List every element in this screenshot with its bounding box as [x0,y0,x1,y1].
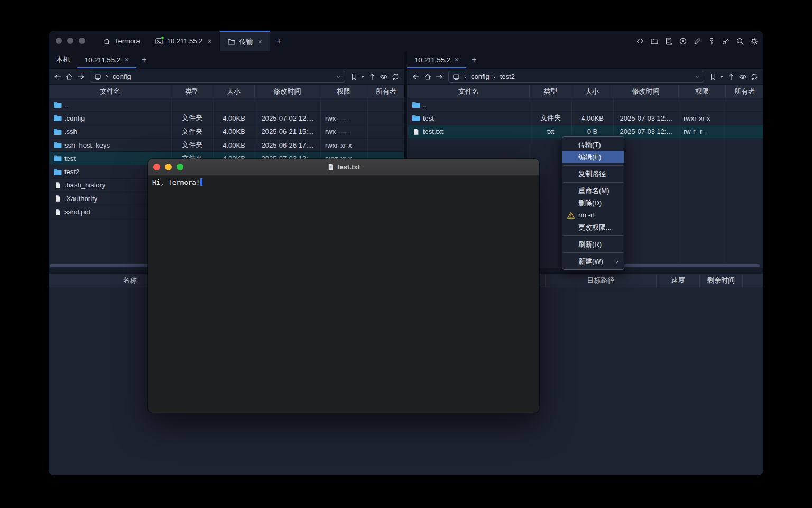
column-header[interactable]: 权限 [320,85,367,98]
file-row[interactable]: test文件夹4.00KB2025-07-03 12:...rwxr-xr-x [408,112,763,125]
column-header[interactable]: 权限 [679,85,726,98]
new-tab-button[interactable]: + [270,31,288,51]
close-tab-icon[interactable]: × [455,56,459,64]
chevron-down-icon[interactable] [694,74,700,80]
file-row[interactable]: ssh_host_keys文件夹4.00KB2025-06-26 17:...r… [50,139,404,152]
panel-tab-label: 10.211.55.2 [85,56,121,64]
path-breadcrumb[interactable]: config [90,71,345,83]
code-icon[interactable] [636,37,644,46]
back-icon[interactable] [53,72,62,81]
settings-icon[interactable] [750,37,759,46]
show-hidden-icon[interactable] [738,72,748,81]
minimize-button[interactable] [165,164,172,170]
folder-icon [53,128,62,135]
transfer-column-header[interactable] [743,274,763,287]
bookmark-icon[interactable] [349,72,359,81]
column-header[interactable]: 修改时间 [255,85,320,98]
main-tab-label: 10.211.55.2 [167,37,203,45]
bookmark-group [349,72,365,81]
window-control-dot[interactable] [56,38,62,44]
menu-item[interactable]: 更改权限... [562,221,624,233]
editor-titlebar[interactable]: test.txt [148,159,539,176]
forward-icon[interactable] [435,72,444,81]
column-header[interactable]: 类型 [171,85,213,98]
home-icon[interactable] [423,72,432,81]
panel-tab-本机[interactable]: 本机 [49,51,77,68]
menu-item[interactable]: 删除(D) [562,197,624,209]
transfer-column-header[interactable]: 速度 [657,274,700,287]
bookmark-icon[interactable] [708,72,718,81]
menu-item[interactable]: 重命名(M) [562,185,624,197]
home-icon[interactable] [64,72,74,81]
caret-down-icon[interactable] [360,74,365,79]
edit-icon[interactable] [693,37,702,46]
path-segment[interactable]: config [471,72,490,80]
transfer-column-header[interactable]: 剩余时间 [700,274,743,287]
parent-directory-icon[interactable] [726,72,736,81]
menu-item[interactable]: 传输(T) [562,139,624,151]
path-segment[interactable]: test2 [500,72,515,80]
file-perm-cell [679,98,726,111]
new-panel-tab-button[interactable]: + [136,51,152,68]
editor-text: Hi, Termora! [152,178,200,186]
chevron-down-icon[interactable] [335,74,342,80]
keychain-icon[interactable] [722,37,730,46]
close-tab-icon[interactable]: × [258,38,262,46]
column-header[interactable]: 大小 [571,85,613,98]
file-owner-cell [367,112,404,124]
back-icon[interactable] [411,72,421,81]
main-tab-10.211.55.2[interactable]: 10.211.55.2× [147,31,219,51]
zoom-button[interactable] [177,164,183,170]
close-button[interactable] [153,164,160,170]
file-name: .. [64,101,68,109]
menu-item[interactable]: 新建(W) [562,255,624,267]
file-name: .Xauthority [64,195,97,203]
column-header[interactable]: 文件名 [408,85,530,98]
menu-item[interactable]: 刷新(R) [562,238,624,250]
folder-icon [412,114,420,122]
show-hidden-icon[interactable] [379,72,389,81]
refresh-icon[interactable] [391,72,400,81]
path-segment[interactable]: config [113,72,131,80]
search-icon[interactable] [736,37,744,46]
record-icon[interactable] [679,37,687,46]
panel-tab-label: 10.211.55.2 [414,56,450,64]
file-name-cell: .ssh [50,125,171,138]
column-header[interactable]: 所有者 [726,85,763,98]
close-tab-icon[interactable]: × [125,56,129,64]
column-header[interactable]: 所有者 [367,85,404,98]
main-tab-传输[interactable]: 传输× [219,31,270,51]
menu-separator [563,252,623,253]
file-row[interactable]: .ssh文件夹4.00KB2025-06-21 15:...rwx------ [50,125,404,139]
panel-tab-10.211.55.2[interactable]: 10.211.55.2× [77,51,136,68]
column-header[interactable]: 大小 [213,85,255,98]
file-row[interactable]: .. [50,98,404,112]
forward-icon[interactable] [76,72,86,81]
panel-tab-10.211.55.2[interactable]: 10.211.55.2× [407,51,466,68]
parent-directory-icon[interactable] [367,72,377,81]
file-type-cell [530,98,571,111]
column-header[interactable]: 类型 [530,85,571,98]
file-type-cell: 文件夹 [171,139,213,151]
close-tab-icon[interactable]: × [207,37,211,46]
notes-icon[interactable] [665,37,673,46]
file-perm-cell: rwx------ [320,112,367,124]
transfer-column-header[interactable]: 目标路径 [546,274,657,287]
refresh-icon[interactable] [750,72,759,81]
menu-item[interactable]: rm -rf [562,209,624,221]
main-tab-termora[interactable]: Termora [95,31,147,51]
column-header[interactable]: 修改时间 [613,85,679,98]
window-control-dot[interactable] [67,38,73,44]
column-header[interactable]: 文件名 [50,85,171,98]
new-panel-tab-button[interactable]: + [466,51,482,68]
file-row[interactable]: .. [408,98,763,112]
menu-item[interactable]: 编辑(E) [562,151,624,163]
window-control-dot[interactable] [79,38,85,44]
folder-icon[interactable] [650,37,659,46]
caret-down-icon[interactable] [719,74,724,79]
menu-item[interactable]: 复制路径 [562,168,624,180]
editor-content[interactable]: Hi, Termora! [148,176,539,189]
file-row[interactable]: .config文件夹4.00KB2025-07-02 12:...rwx----… [50,112,404,125]
key-icon[interactable] [707,37,716,46]
path-breadcrumb[interactable]: configtest2 [448,71,704,83]
